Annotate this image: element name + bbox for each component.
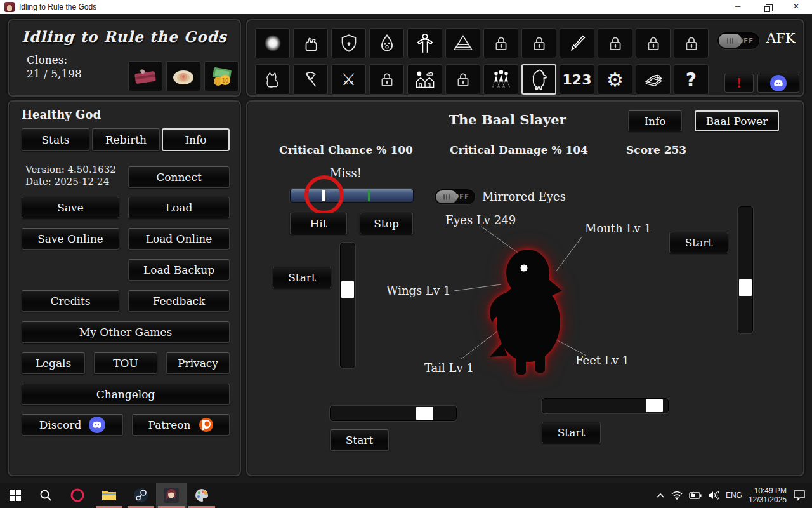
monster-nav-button[interactable] — [369, 28, 404, 58]
tray-expand-icon[interactable] — [656, 492, 665, 498]
my-other-games-button[interactable]: My Other Games — [22, 321, 230, 343]
baal-power-button[interactable]: Baal Power — [695, 110, 779, 131]
lock-icon — [683, 34, 700, 52]
feedback-button[interactable]: Feedback — [128, 290, 230, 312]
discord-icon — [770, 75, 787, 91]
book-icon — [643, 70, 664, 88]
locked-nav-button-7[interactable] — [445, 64, 480, 95]
restore-button[interactable] — [752, 0, 782, 14]
locked-nav-button-3[interactable] — [598, 28, 632, 58]
clones-panel: Idling to Rule the Gods Clones: 21 / 5,1… — [8, 19, 241, 97]
locked-nav-button-4[interactable] — [636, 28, 671, 58]
tail-slider-handle[interactable] — [416, 407, 433, 420]
notification-icon[interactable] — [793, 490, 806, 501]
flag-nav-button[interactable] — [293, 64, 328, 95]
file-explorer-button[interactable] — [94, 483, 124, 508]
locked-nav-button-5[interactable] — [674, 28, 709, 58]
book-nav-button[interactable] — [636, 64, 671, 95]
village-nav-button[interactable] — [407, 64, 442, 95]
load-online-button[interactable]: Load Online — [128, 228, 230, 250]
game-taskbar-button-active[interactable] — [156, 483, 187, 508]
wings-slider-handle[interactable] — [341, 281, 354, 298]
nest-icon — [170, 65, 197, 88]
fight-nav-button[interactable]: ⚔ — [331, 64, 366, 95]
legals-button[interactable]: Legals — [22, 352, 85, 374]
app-icon — [4, 2, 15, 12]
search-button[interactable] — [30, 483, 61, 508]
feet-slider[interactable] — [542, 398, 669, 413]
icon-row-2: ⚔ — [255, 64, 709, 95]
search-icon — [39, 489, 52, 502]
clock[interactable]: 10:49 PM 12/31/2025 — [749, 486, 787, 504]
load-button[interactable]: Load — [128, 197, 230, 218]
discord-icon — [89, 417, 105, 433]
tab-stats[interactable]: Stats — [22, 128, 89, 151]
volume-icon[interactable] — [708, 491, 719, 500]
feet-slider-handle[interactable] — [646, 399, 663, 412]
discord-button[interactable]: Discord — [22, 414, 123, 436]
language-indicator[interactable]: ENG — [726, 491, 742, 500]
wings-start-button[interactable]: Start — [273, 267, 331, 288]
tail-slider[interactable] — [330, 406, 457, 421]
mirrored-eyes-toggle[interactable]: OFF — [434, 189, 476, 205]
hit-button[interactable]: Hit — [290, 213, 347, 234]
load-backup-button[interactable]: Load Backup — [128, 259, 230, 281]
physical-nav-button[interactable] — [293, 28, 328, 58]
changelog-button[interactable]: Changelog — [22, 384, 230, 405]
steam-button[interactable] — [126, 483, 156, 508]
light-nav-button[interactable] — [255, 28, 290, 58]
clones-value: 21 / 5,198 — [27, 67, 82, 80]
info-button[interactable]: Info — [628, 110, 682, 131]
gift-item-button[interactable] — [128, 61, 162, 91]
tou-button[interactable]: TOU — [94, 352, 157, 374]
connect-button[interactable]: Connect — [128, 166, 230, 188]
tail-level-label: Tail Lv 1 — [424, 361, 474, 375]
sword-nav-button[interactable] — [560, 28, 594, 58]
minimize-button[interactable]: ─ — [723, 0, 752, 14]
baal-slayer-panel: The Baal Slayer Info Baal Power Critical… — [246, 100, 804, 476]
sidebar-panel: Healthy God Stats Rebirth Info Version: … — [8, 100, 241, 476]
settings-nav-button[interactable]: ⚙ — [598, 64, 632, 95]
population-nav-button[interactable] — [483, 64, 518, 95]
steam-icon — [133, 488, 148, 503]
help-nav-button[interactable]: ? — [674, 64, 709, 95]
opera-browser-button[interactable] — [62, 483, 93, 508]
pet-trainer-nav-button-selected[interactable] — [521, 64, 556, 95]
save-online-button[interactable]: Save Online — [22, 228, 119, 250]
paint-button[interactable] — [187, 483, 217, 508]
alert-button[interactable]: ! — [724, 74, 754, 93]
credits-button[interactable]: Credits — [22, 290, 119, 312]
money-item-button[interactable]: 10 — [204, 61, 239, 91]
hit-timing-slider[interactable] — [290, 189, 414, 203]
stop-button[interactable]: Stop — [360, 213, 413, 234]
feet-start-button[interactable]: Start — [542, 422, 601, 443]
tab-info[interactable]: Info — [162, 128, 230, 151]
tail-start-button[interactable]: Start — [330, 429, 389, 451]
pet-cat-nav-button[interactable] — [255, 64, 290, 95]
light-icon — [263, 34, 282, 53]
mouth-slider-handle[interactable] — [739, 279, 752, 296]
patreon-button[interactable]: Patreon — [132, 414, 230, 436]
lock-icon — [454, 70, 472, 88]
locked-nav-button-1[interactable] — [483, 28, 518, 58]
tab-rebirth[interactable]: Rebirth — [92, 128, 160, 151]
nest-item-button[interactable] — [166, 61, 200, 91]
locked-nav-button-2[interactable] — [521, 28, 556, 58]
close-button[interactable]: ✕ — [782, 0, 811, 14]
lock-icon — [606, 34, 624, 52]
battery-icon[interactable] — [689, 491, 702, 499]
afk-toggle[interactable]: OFF — [717, 32, 760, 50]
mouth-start-button[interactable]: Start — [669, 232, 728, 253]
pyramid-nav-button[interactable] — [445, 28, 480, 58]
wings-slider[interactable] — [340, 243, 355, 368]
locked-nav-button-6[interactable] — [369, 64, 404, 95]
privacy-button[interactable]: Privacy — [166, 352, 230, 374]
body-nav-button[interactable] — [407, 28, 442, 58]
numbers-nav-button[interactable]: 123 — [560, 64, 594, 95]
defense-nav-button[interactable] — [331, 28, 366, 58]
save-button[interactable]: Save — [22, 197, 119, 218]
wifi-icon[interactable] — [671, 491, 683, 500]
discord-chat-button[interactable] — [757, 74, 799, 93]
start-menu-button[interactable] — [0, 483, 30, 508]
mouth-slider[interactable] — [738, 206, 753, 333]
